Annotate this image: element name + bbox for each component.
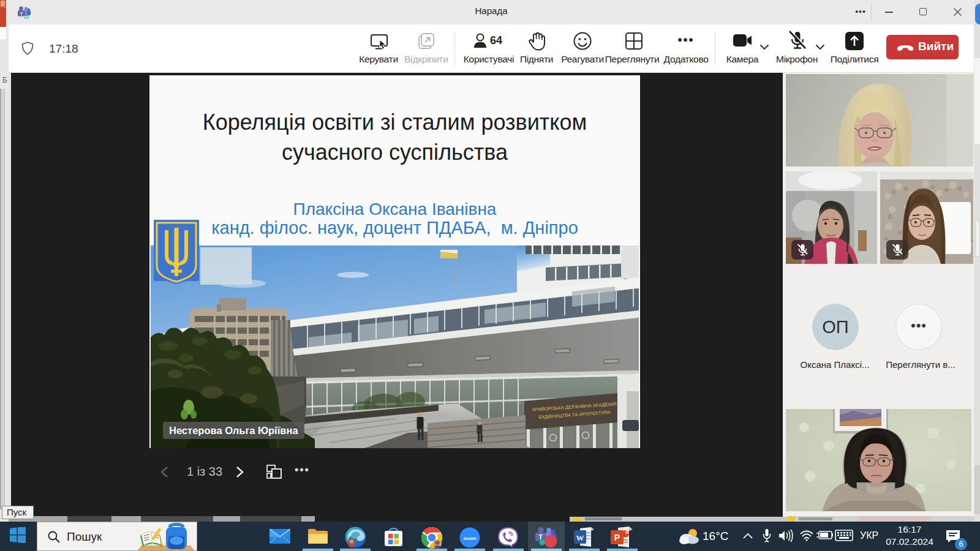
svg-text:T: T — [538, 533, 543, 541]
svg-text:W: W — [576, 533, 584, 542]
svg-text:zoom: zoom — [464, 536, 477, 541]
svg-text:P: P — [614, 533, 620, 542]
